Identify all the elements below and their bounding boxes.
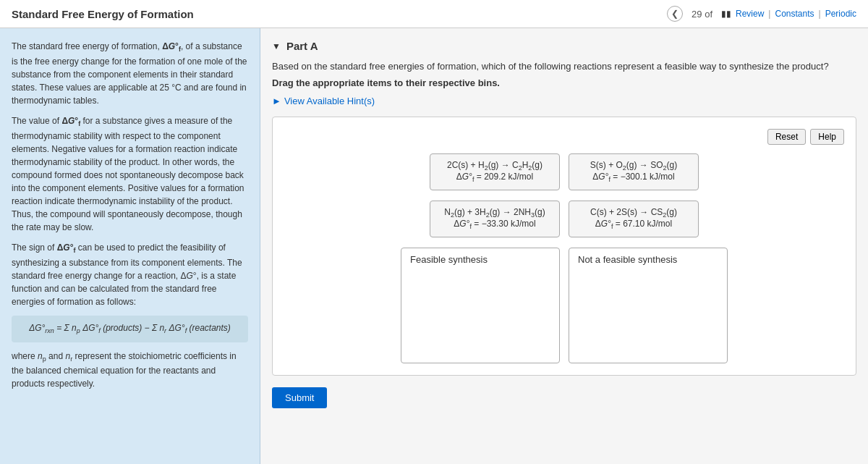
- divider2: |: [819, 9, 821, 19]
- question-text: Based on the standard free energies of f…: [272, 61, 856, 72]
- top-bar: Standard Free Energy of Formation ❮ 29 o…: [0, 0, 868, 28]
- sidebar-para1: The standard free energy of formation, Δ…: [12, 40, 248, 107]
- bin-not-feasible-label: Not a feasible synthesis: [578, 254, 718, 265]
- formula-display: ΔG°rxn = Σ np ΔG°f (products) − Σ nr ΔG°…: [12, 316, 248, 342]
- bin-not-feasible[interactable]: Not a feasible synthesis: [569, 248, 728, 363]
- submit-button[interactable]: Submit: [272, 387, 327, 408]
- draggable-card-2[interactable]: S(s) + O2(g) → SO2(g) ΔG°f = −300.1 kJ/m…: [569, 153, 699, 190]
- page-title: Standard Free Energy of Formation: [12, 8, 194, 20]
- prev-nav-icon[interactable]: ❮: [667, 6, 683, 22]
- drag-instruction: Drag the appropriate items to their resp…: [272, 77, 856, 88]
- part-header: ▼ Part A: [272, 40, 856, 52]
- reset-help-row: Reset Help: [284, 129, 844, 145]
- drag-container: Reset Help 2C(s) + H2(g) → C2H2(g) ΔG°f …: [272, 117, 856, 376]
- draggable-card-3[interactable]: N2(g) + 3H2(g) → 2NH3(g) ΔG°f = −33.30 k…: [430, 201, 560, 237]
- main-layout: The standard free energy of formation, Δ…: [0, 28, 868, 464]
- sidebar-para3: The sign of ΔG°f can be used to predict …: [12, 241, 248, 308]
- collapse-triangle[interactable]: ▼: [272, 41, 281, 51]
- page-info: 29 of: [692, 9, 712, 20]
- top-bar-right: ❮ 29 of ▮▮ Review | Constants | Periodic: [667, 6, 856, 22]
- content-area: ▼ Part A Based on the standard free ener…: [260, 28, 868, 464]
- part-label: Part A: [286, 40, 318, 52]
- draggable-card-1[interactable]: 2C(s) + H2(g) → C2H2(g) ΔG°f = 209.2 kJ/…: [430, 153, 560, 190]
- hint-text: View Available Hint(s): [284, 96, 375, 106]
- hint-triangle-icon: ►: [272, 96, 281, 106]
- sidebar: The standard free energy of formation, Δ…: [0, 28, 260, 464]
- drop-bins-row: Feasible synthesis Not a feasible synthe…: [284, 248, 844, 363]
- draggable-card-4[interactable]: C(s) + 2S(s) → CS2(g) ΔG°f = 67.10 kJ/mo…: [569, 201, 699, 237]
- hint-link[interactable]: ► View Available Hint(s): [272, 96, 856, 106]
- bin-feasible-label: Feasible synthesis: [410, 254, 550, 265]
- reset-button[interactable]: Reset: [767, 129, 806, 145]
- submit-row: Submit: [272, 387, 856, 408]
- top-bar-links: ▮▮ Review | Constants | Periodic: [721, 9, 856, 19]
- sidebar-para2: The value of ΔG°f for a substance gives …: [12, 114, 248, 234]
- sidebar-para4: where np and nr represent the stoichiome…: [12, 350, 248, 391]
- review-link[interactable]: Review: [736, 9, 764, 19]
- periodic-link[interactable]: Periodic: [825, 9, 856, 19]
- draggable-items-bottom: N2(g) + 3H2(g) → 2NH3(g) ΔG°f = −33.30 k…: [284, 201, 844, 237]
- divider1: |: [768, 9, 770, 19]
- bookmark-icon: ▮▮: [721, 9, 731, 19]
- help-button[interactable]: Help: [810, 129, 844, 145]
- bin-feasible[interactable]: Feasible synthesis: [401, 248, 560, 363]
- draggable-items-top: 2C(s) + H2(g) → C2H2(g) ΔG°f = 209.2 kJ/…: [284, 153, 844, 190]
- constants-link[interactable]: Constants: [775, 9, 814, 19]
